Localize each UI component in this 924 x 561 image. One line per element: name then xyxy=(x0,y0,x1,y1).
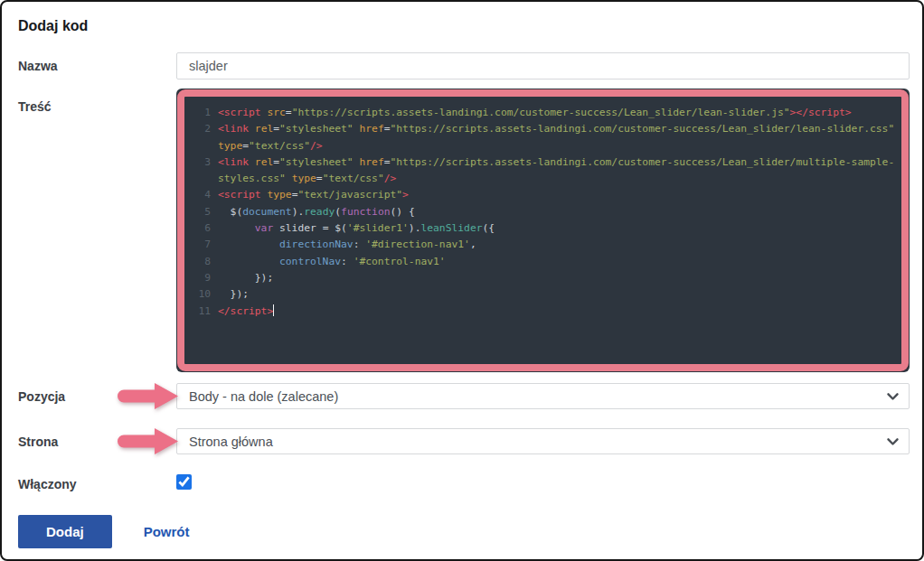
page-title: Dodaj kod xyxy=(18,18,910,34)
back-link[interactable]: Powrót xyxy=(144,524,190,539)
line-number: 7 xyxy=(191,237,211,253)
code-line: 1<script src="https://scripts.assets-lan… xyxy=(191,105,895,121)
arrow-annotation-icon xyxy=(114,424,183,460)
code-line: 8 controlNav: '#control-nav1' xyxy=(191,254,895,270)
line-number: 11 xyxy=(191,304,211,320)
code-line: type="text/css"/> xyxy=(191,138,895,154)
enabled-label: Włączony xyxy=(18,477,176,491)
page-select[interactable]: Strona główna xyxy=(176,428,910,454)
content-label: Treść xyxy=(18,89,176,114)
line-number: 9 xyxy=(191,270,211,286)
actions-row: Dodaj Powrót xyxy=(18,515,910,548)
code-line: 10 }); xyxy=(191,286,895,303)
arrow-annotation-icon xyxy=(114,379,183,415)
add-code-form: Dodaj kod Nazwa Treść 1<script src="http… xyxy=(0,0,924,561)
code-line: 5 $(document).ready(function() { xyxy=(191,204,895,220)
position-select-wrap: Body - na dole (zalecane) xyxy=(176,383,910,409)
text-cursor xyxy=(273,304,274,316)
line-number: 8 xyxy=(191,254,211,270)
line-number: 5 xyxy=(191,204,211,220)
code-editor[interactable]: 1<script src="https://scripts.assets-lan… xyxy=(176,89,910,372)
name-label: Nazwa xyxy=(18,59,176,73)
submit-button[interactable]: Dodaj xyxy=(18,515,112,548)
name-row: Nazwa xyxy=(18,52,910,79)
line-number xyxy=(191,138,211,154)
code-line: styles.css" type="text/css"/> xyxy=(191,171,895,187)
line-number xyxy=(191,171,211,187)
enabled-row: Włączony xyxy=(18,474,910,493)
code-line: 7 directionNav: '#direction-nav1', xyxy=(191,237,895,253)
line-number: 6 xyxy=(191,220,211,237)
code-line: 6 var slider = $('#slider1').leanSlider(… xyxy=(191,220,895,237)
line-number: 10 xyxy=(191,286,211,303)
code-line: 9 }); xyxy=(191,270,895,286)
line-number: 1 xyxy=(191,105,211,121)
page-select-wrap: Strona główna xyxy=(176,428,910,454)
line-number: 2 xyxy=(191,121,211,137)
position-row: Pozycja Body - na dole (zalecane) xyxy=(18,383,910,409)
code-line: 4<script type="text/javascript"> xyxy=(191,187,895,203)
name-input[interactable] xyxy=(176,52,910,79)
code-line: 2<link rel="stylesheet" href="https://sc… xyxy=(191,121,895,137)
line-number: 3 xyxy=(191,154,211,171)
code-line: 11</script> xyxy=(191,304,895,320)
position-select[interactable]: Body - na dole (zalecane) xyxy=(176,383,910,409)
content-row: Treść 1<script src="https://scripts.asse… xyxy=(18,89,910,372)
page-row: Strona Strona główna xyxy=(18,428,910,454)
enabled-checkbox[interactable] xyxy=(176,474,192,490)
code-line: 3<link rel="stylesheet" href="https://sc… xyxy=(191,154,895,171)
line-number: 4 xyxy=(191,187,211,203)
